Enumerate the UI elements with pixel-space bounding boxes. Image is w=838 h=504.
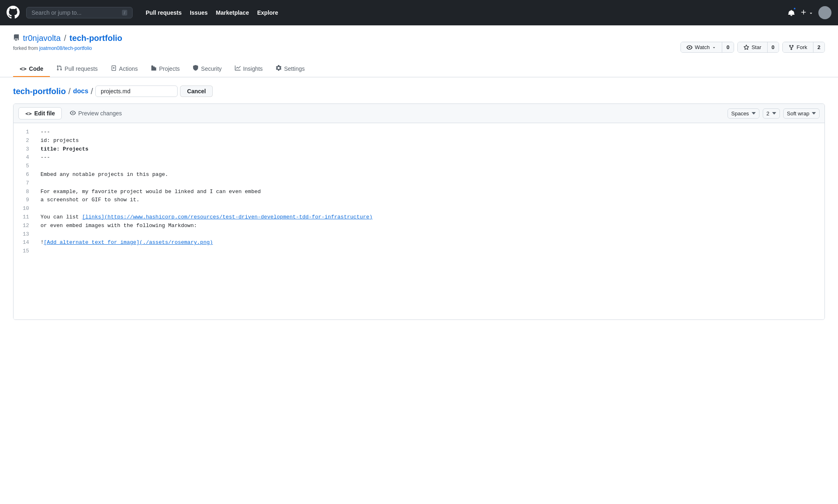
code-line-8: For example, my favorite project would b… (41, 188, 818, 196)
code-line-15 (41, 247, 818, 256)
tab-projects[interactable]: Projects (144, 61, 187, 77)
slash-key: / (122, 10, 127, 16)
star-count[interactable]: 0 (768, 42, 779, 52)
github-logo[interactable] (7, 6, 20, 20)
cancel-button[interactable]: Cancel (180, 86, 213, 97)
watch-count[interactable]: 0 (722, 42, 733, 52)
fork-source-link[interactable]: joatmon08/tech-portfolio (39, 45, 92, 51)
spaces-select[interactable]: Spaces Tabs (728, 108, 759, 119)
preview-icon (70, 110, 76, 117)
preview-tab-label: Preview changes (78, 110, 122, 117)
editor-toolbar-right: Spaces Tabs 2 4 8 Soft wrap No wrap (728, 108, 820, 119)
star-button[interactable]: Star (738, 42, 767, 52)
projects-tab-icon (151, 65, 157, 72)
fork-button[interactable]: Fork (783, 42, 813, 52)
repo-icon (13, 34, 20, 43)
breadcrumb: tech-portfolio / docs / Cancel (0, 77, 838, 104)
notifications-icon[interactable] (787, 8, 795, 18)
repo-header-inner: tr0njavolta / tech-portfolio forked from… (13, 34, 825, 58)
code-lines[interactable]: --- id: projects title: Projects --- Emb… (34, 123, 824, 320)
wrap-select[interactable]: Soft wrap No wrap (783, 108, 820, 119)
code-line-2: id: projects (41, 137, 818, 145)
repo-header: tr0njavolta / tech-portfolio forked from… (0, 25, 838, 77)
settings-tab-label: Settings (284, 65, 305, 72)
star-label: Star (752, 44, 761, 50)
repo-name-link[interactable]: tech-portfolio (70, 34, 122, 43)
security-tab-label: Security (201, 65, 222, 72)
pr-tab-label: Pull requests (65, 65, 98, 72)
code-line-5 (41, 162, 818, 171)
pull-requests-link[interactable]: Pull requests (142, 7, 185, 18)
nav-right (787, 6, 831, 19)
tab-insights[interactable]: Insights (228, 61, 269, 77)
editor-toolbar: <> Edit file Preview changes Spaces Tabs… (14, 104, 824, 123)
breadcrumb-sep1: / (68, 87, 71, 96)
image-link[interactable]: [Add alternate text for image](./assets/… (44, 239, 213, 245)
code-tab-label: Code (29, 65, 43, 72)
edit-icon: <> (25, 110, 32, 117)
wrap-select-wrap[interactable]: Soft wrap No wrap (783, 108, 820, 119)
security-tab-icon (193, 65, 198, 72)
preview-tab[interactable]: Preview changes (63, 108, 128, 119)
fork-count[interactable]: 2 (813, 42, 824, 52)
pr-tab-icon (56, 65, 62, 72)
tab-code[interactable]: <> Code (13, 61, 50, 77)
marketplace-link[interactable]: Marketplace (213, 7, 252, 18)
actions-tab-label: Actions (119, 65, 138, 72)
tab-pull-requests[interactable]: Pull requests (50, 61, 104, 77)
repo-owner-link[interactable]: tr0njavolta (23, 34, 61, 43)
repo-title: tr0njavolta / tech-portfolio (13, 34, 680, 43)
notification-dot (793, 7, 796, 10)
actions-tab-icon (111, 65, 117, 72)
breadcrumb-dir-link[interactable]: docs (73, 88, 88, 95)
issues-link[interactable]: Issues (187, 7, 211, 18)
editor-container: <> Edit file Preview changes Spaces Tabs… (13, 104, 825, 320)
code-line-4: --- (41, 153, 818, 162)
indent-select-wrap[interactable]: 2 4 8 (763, 108, 780, 119)
edit-file-tab[interactable]: <> Edit file (18, 107, 62, 119)
fork-info: forked from joatmon08/tech-portfolio (13, 45, 680, 51)
filename-input[interactable] (95, 86, 178, 97)
indent-select[interactable]: 2 4 8 (763, 108, 780, 119)
repo-info: tr0njavolta / tech-portfolio forked from… (13, 34, 680, 58)
code-line-3: title: Projects (41, 145, 818, 154)
code-line-14: ![Add alternate text for image](./assets… (41, 239, 818, 247)
code-line-11: You can list [links](https://www.hashico… (41, 213, 818, 222)
breadcrumb-repo-link[interactable]: tech-portfolio (13, 87, 66, 96)
add-icon[interactable] (800, 8, 813, 18)
settings-tab-icon (276, 65, 282, 72)
breadcrumb-sep2: / (91, 87, 93, 96)
explore-link[interactable]: Explore (254, 7, 281, 18)
spaces-select-wrap[interactable]: Spaces Tabs (728, 108, 759, 119)
avatar[interactable] (818, 6, 831, 19)
code-editor[interactable]: 1 2 3 4 5 6 7 8 9 10 11 12 13 14 15 --- … (14, 123, 824, 320)
star-group: Star 0 (737, 42, 779, 53)
code-line-12: or even embed images with the following … (41, 222, 818, 230)
fork-group: Fork 2 (782, 42, 825, 53)
repo-separator: / (64, 34, 66, 43)
insights-tab-icon (235, 65, 241, 72)
watch-label: Watch (695, 44, 710, 50)
fork-prefix: forked from (13, 45, 38, 51)
hashicorp-link[interactable]: [links](https://www.hashicorp.com/resour… (82, 214, 372, 220)
tab-settings[interactable]: Settings (269, 61, 311, 77)
projects-tab-label: Projects (159, 65, 180, 72)
code-line-10 (41, 205, 818, 213)
search-box[interactable]: Search or jump to... / (26, 7, 133, 18)
top-navigation: Search or jump to... / Pull requests Iss… (0, 0, 838, 25)
tab-actions[interactable]: Actions (104, 61, 144, 77)
code-line-6: Embed any notable projects in this page. (41, 171, 818, 179)
watch-button[interactable]: Watch (681, 42, 722, 52)
insights-tab-label: Insights (243, 65, 263, 72)
line-numbers: 1 2 3 4 5 6 7 8 9 10 11 12 13 14 15 (14, 123, 34, 320)
code-line-7 (41, 179, 818, 188)
fork-label: Fork (797, 44, 807, 50)
tab-security[interactable]: Security (186, 61, 228, 77)
repo-tabs: <> Code Pull requests Actions Projects (13, 61, 825, 77)
nav-links: Pull requests Issues Marketplace Explore (142, 7, 282, 18)
code-line-1: --- (41, 128, 818, 137)
watch-group: Watch 0 (680, 42, 734, 53)
search-text: Search or jump to... (32, 9, 81, 16)
code-line-9: a screenshot or GIF to show it. (41, 196, 818, 205)
edit-tab-label: Edit file (34, 110, 55, 117)
